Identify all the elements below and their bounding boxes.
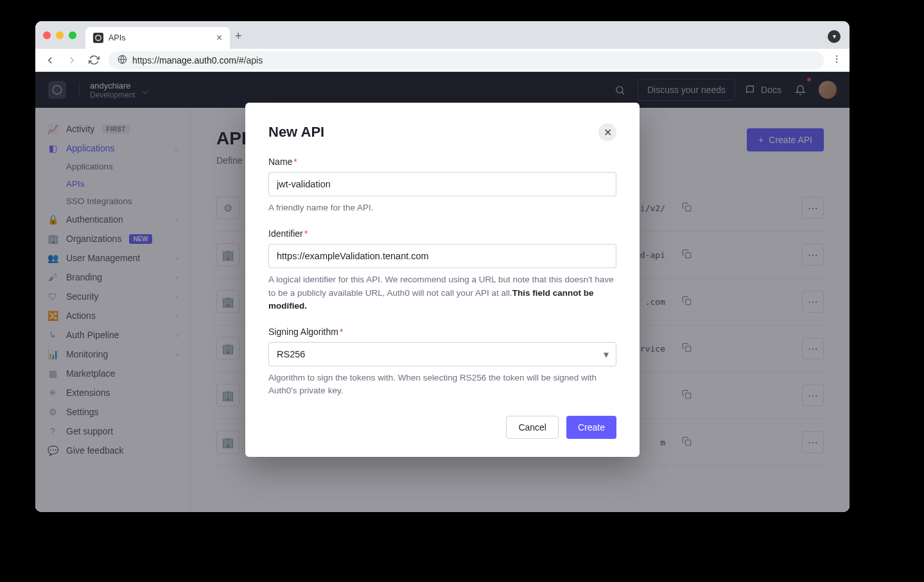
browser-window: APIs × + ▾ https://manage.auth0.com/#/ap… [35, 21, 850, 512]
algo-select[interactable]: RS256 [268, 342, 616, 366]
svg-point-2 [836, 55, 837, 56]
nav-reload-button[interactable] [87, 53, 101, 67]
browser-menu-icon[interactable] [832, 54, 842, 67]
nav-back-button[interactable] [43, 53, 57, 67]
browser-profile-icon[interactable]: ▾ [828, 30, 841, 43]
name-input[interactable] [268, 172, 616, 196]
nav-forward-button[interactable] [65, 53, 79, 67]
maximize-window-button[interactable] [69, 31, 76, 39]
browser-tab-strip: APIs × + ▾ [35, 21, 850, 49]
name-help: A friendly name for the API. [268, 201, 616, 214]
svg-point-4 [836, 61, 837, 62]
field-name: Name* A friendly name for the API. [268, 157, 616, 214]
identifier-label: Identifier* [268, 228, 616, 239]
algo-label: Signing Algorithm* [268, 327, 616, 337]
identifier-input[interactable] [268, 244, 616, 268]
new-api-modal: New API ✕ Name* A friendly name for the … [245, 103, 640, 457]
close-window-button[interactable] [43, 31, 51, 39]
modal-title: New API [268, 124, 324, 141]
required-icon: * [340, 327, 343, 337]
url-text: https://manage.auth0.com/#/apis [132, 55, 263, 65]
tab-close-icon[interactable]: × [216, 32, 222, 44]
minimize-window-button[interactable] [56, 31, 64, 39]
create-button[interactable]: Create [566, 416, 616, 439]
tab-favicon [93, 33, 103, 43]
address-bar[interactable]: https://manage.auth0.com/#/apis [109, 51, 824, 69]
browser-toolbar: https://manage.auth0.com/#/apis [35, 49, 850, 72]
identifier-help: A logical identifier for this API. We re… [268, 273, 616, 312]
svg-point-0 [96, 35, 101, 40]
required-icon: * [293, 157, 297, 167]
algo-help: Algorithm to sign the tokens with. When … [268, 372, 616, 398]
window-controls [43, 31, 76, 39]
cancel-button[interactable]: Cancel [506, 416, 559, 439]
field-identifier: Identifier* A logical identifier for thi… [268, 228, 616, 312]
svg-point-3 [836, 58, 837, 59]
close-icon: ✕ [604, 126, 612, 139]
modal-actions: Cancel Create [268, 416, 616, 439]
new-tab-button[interactable]: + [235, 30, 242, 43]
site-info-icon[interactable] [118, 55, 127, 66]
field-signing-algorithm: Signing Algorithm* RS256 ▾ Algorithm to … [268, 327, 616, 398]
modal-close-button[interactable]: ✕ [598, 123, 616, 141]
browser-tab[interactable]: APIs × [85, 27, 230, 49]
modal-header: New API ✕ [268, 123, 616, 141]
modal-overlay[interactable]: New API ✕ Name* A friendly name for the … [35, 72, 850, 512]
name-label: Name* [268, 157, 616, 167]
required-icon: * [304, 228, 308, 239]
tab-title: APIs [109, 33, 125, 42]
app-root: andychiare Development ⌵ Discuss your ne… [35, 72, 850, 512]
